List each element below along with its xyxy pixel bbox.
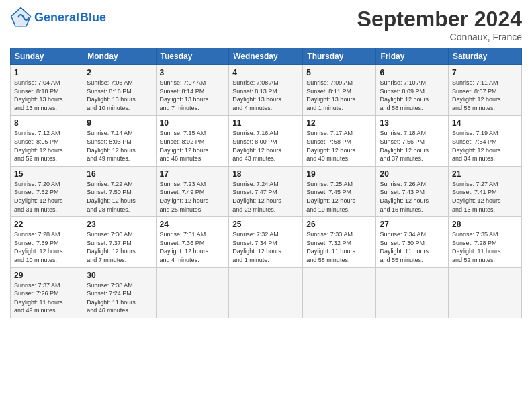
- calendar-page: General Blue September 2024 Connaux, Fra…: [0, 0, 532, 411]
- logo: General Blue: [10, 7, 106, 28]
- empty-cell-4: [376, 267, 449, 318]
- day-13: 13 Sunrise: 7:18 AMSunset: 7:56 PMDaylig…: [376, 116, 449, 166]
- logo-blue: Blue: [80, 11, 106, 25]
- header: General Blue September 2024 Connaux, Fra…: [10, 7, 522, 42]
- day-25: 25 Sunrise: 7:32 AMSunset: 7:34 PMDaylig…: [229, 217, 303, 267]
- calendar-table: Sunday Monday Tuesday Wednesday Thursday…: [10, 48, 522, 318]
- col-wednesday: Wednesday: [229, 48, 303, 65]
- col-sunday: Sunday: [11, 48, 83, 65]
- logo-icon: [10, 7, 32, 28]
- empty-cell-2: [229, 267, 303, 318]
- day-17: 17 Sunrise: 7:23 AMSunset: 7:49 PMDaylig…: [156, 166, 229, 216]
- month-title: September 2024: [357, 7, 522, 32]
- day-30: 30 Sunrise: 7:38 AMSunset: 7:24 PMDaylig…: [83, 267, 156, 318]
- location: Connaux, France: [357, 32, 522, 42]
- day-11: 11 Sunrise: 7:16 AMSunset: 8:00 PMDaylig…: [229, 116, 303, 166]
- day-24: 24 Sunrise: 7:31 AMSunset: 7:36 PMDaylig…: [156, 217, 229, 267]
- day-8: 8 Sunrise: 7:12 AMSunset: 8:05 PMDayligh…: [11, 116, 83, 166]
- week-row-1: 1 Sunrise: 7:04 AMSunset: 8:18 PMDayligh…: [11, 65, 522, 116]
- week-row-3: 15 Sunrise: 7:20 AMSunset: 7:52 PMDaylig…: [11, 166, 522, 216]
- day-4: 4 Sunrise: 7:08 AMSunset: 8:13 PMDayligh…: [229, 65, 303, 116]
- empty-cell-1: [156, 267, 229, 318]
- day-18: 18 Sunrise: 7:24 AMSunset: 7:47 PMDaylig…: [229, 166, 303, 216]
- empty-cell-3: [303, 267, 376, 318]
- day-12: 12 Sunrise: 7:17 AMSunset: 7:58 PMDaylig…: [303, 116, 376, 166]
- header-row: Sunday Monday Tuesday Wednesday Thursday…: [11, 48, 522, 65]
- col-saturday: Saturday: [449, 48, 522, 65]
- day-7: 7 Sunrise: 7:11 AMSunset: 8:07 PMDayligh…: [449, 65, 522, 116]
- col-monday: Monday: [83, 48, 156, 65]
- week-row-4: 22 Sunrise: 7:28 AMSunset: 7:39 PMDaylig…: [11, 217, 522, 267]
- day-14: 14 Sunrise: 7:19 AMSunset: 7:54 PMDaylig…: [449, 116, 522, 166]
- logo-general: General: [34, 11, 79, 25]
- day-10: 10 Sunrise: 7:15 AMSunset: 8:02 PMDaylig…: [156, 116, 229, 166]
- day-23: 23 Sunrise: 7:30 AMSunset: 7:37 PMDaylig…: [83, 217, 156, 267]
- day-2: 2 Sunrise: 7:06 AMSunset: 8:16 PMDayligh…: [83, 65, 156, 116]
- day-16: 16 Sunrise: 7:22 AMSunset: 7:50 PMDaylig…: [83, 166, 156, 216]
- day-1: 1 Sunrise: 7:04 AMSunset: 8:18 PMDayligh…: [11, 65, 83, 116]
- day-22: 22 Sunrise: 7:28 AMSunset: 7:39 PMDaylig…: [11, 217, 83, 267]
- day-21: 21 Sunrise: 7:27 AMSunset: 7:41 PMDaylig…: [449, 166, 522, 216]
- week-row-2: 8 Sunrise: 7:12 AMSunset: 8:05 PMDayligh…: [11, 116, 522, 166]
- day-20: 20 Sunrise: 7:26 AMSunset: 7:43 PMDaylig…: [376, 166, 449, 216]
- col-friday: Friday: [376, 48, 449, 65]
- week-row-5: 29 Sunrise: 7:37 AMSunset: 7:26 PMDaylig…: [11, 267, 522, 318]
- title-block: September 2024 Connaux, France: [357, 7, 522, 42]
- empty-cell-5: [449, 267, 522, 318]
- day-6: 6 Sunrise: 7:10 AMSunset: 8:09 PMDayligh…: [376, 65, 449, 116]
- day-29: 29 Sunrise: 7:37 AMSunset: 7:26 PMDaylig…: [11, 267, 83, 318]
- day-27: 27 Sunrise: 7:34 AMSunset: 7:30 PMDaylig…: [376, 217, 449, 267]
- day-3: 3 Sunrise: 7:07 AMSunset: 8:14 PMDayligh…: [156, 65, 229, 116]
- day-19: 19 Sunrise: 7:25 AMSunset: 7:45 PMDaylig…: [303, 166, 376, 216]
- col-thursday: Thursday: [303, 48, 376, 65]
- col-tuesday: Tuesday: [156, 48, 229, 65]
- day-15: 15 Sunrise: 7:20 AMSunset: 7:52 PMDaylig…: [11, 166, 83, 216]
- day-28: 28 Sunrise: 7:35 AMSunset: 7:28 PMDaylig…: [449, 217, 522, 267]
- day-5: 5 Sunrise: 7:09 AMSunset: 8:11 PMDayligh…: [303, 65, 376, 116]
- day-9: 9 Sunrise: 7:14 AMSunset: 8:03 PMDayligh…: [83, 116, 156, 166]
- day-26: 26 Sunrise: 7:33 AMSunset: 7:32 PMDaylig…: [303, 217, 376, 267]
